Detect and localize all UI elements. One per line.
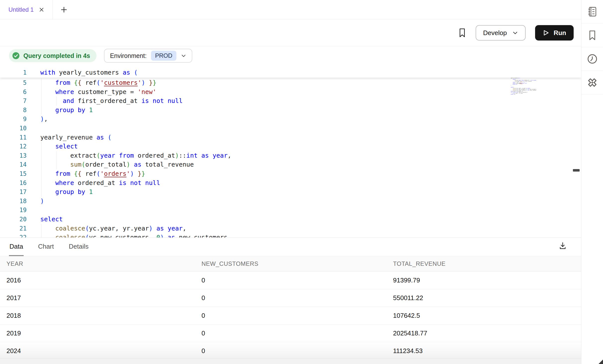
code-line[interactable]: 15 from {{ ref('orders') }} xyxy=(0,169,581,179)
code-line[interactable]: 7 and first_ordered_at is not null xyxy=(0,96,581,106)
code-line[interactable]: 9), xyxy=(0,115,581,124)
column-header-year: YEAR xyxy=(6,260,201,267)
code-line[interactable]: 11yearly_revenue as ( xyxy=(0,133,581,142)
code-text: ) xyxy=(40,197,44,206)
table-cell: 111234.53 xyxy=(393,347,581,355)
line-number: 10 xyxy=(0,124,27,133)
run-button[interactable]: Run xyxy=(535,25,574,41)
line-number: 18 xyxy=(0,197,27,206)
minimap-line: order by 1 xyxy=(511,94,544,95)
download-icon[interactable] xyxy=(558,241,567,250)
code-line[interactable]: 1with yearly_customers as ( xyxy=(0,68,581,77)
column-header-total-revenue: TOTAL_REVENUE xyxy=(393,260,581,267)
sidebar-item-bookmarks[interactable] xyxy=(581,24,603,47)
table-cell: 550011.22 xyxy=(393,294,581,302)
tab-label: Untitled 1 xyxy=(8,6,34,13)
code-line[interactable]: 19 xyxy=(0,206,581,215)
develop-button[interactable]: Develop xyxy=(476,25,526,41)
play-icon xyxy=(543,30,549,36)
environment-badge: PROD xyxy=(151,51,176,61)
run-label: Run xyxy=(553,29,566,37)
code-line[interactable]: 10 xyxy=(0,124,581,133)
code-text: ), xyxy=(40,115,48,124)
check-circle-icon xyxy=(12,52,20,60)
line-number: 8 xyxy=(0,106,27,115)
table-row: 20170550011.22 xyxy=(0,289,581,307)
line-number: 17 xyxy=(0,187,27,197)
sticky-scroll-line[interactable]: 1with yearly_customers as ( xyxy=(0,64,581,78)
table-body: 2016091399.7920170550011.2220180107642.5… xyxy=(0,272,581,360)
tab-untitled-1[interactable]: Untitled 1 xyxy=(0,0,53,19)
app-window: Untitled 1 Develop Run xyxy=(0,0,603,364)
close-icon[interactable] xyxy=(39,7,45,13)
table-header-row: YEAR NEW_CUSTOMERS TOTAL_REVENUE xyxy=(0,256,581,272)
code-text: from {{ ref('customers') }} xyxy=(40,78,156,88)
line-number: 1 xyxy=(0,68,27,77)
line-number: 16 xyxy=(0,179,27,188)
code-line[interactable]: 17 group by 1 xyxy=(0,187,581,197)
environment-label: Environment: xyxy=(110,52,147,59)
table-cell: 2019 xyxy=(6,329,201,337)
line-number: 22 xyxy=(0,233,27,237)
code-line[interactable]: 14 sum(order_total) as total_revenue xyxy=(0,160,581,169)
develop-label: Develop xyxy=(483,29,507,37)
code-line[interactable]: 22 coalesce(yc.new_customers, 0) as new_… xyxy=(0,233,581,237)
code-text: yearly_revenue as ( xyxy=(40,133,111,142)
results-tab-data[interactable]: Data xyxy=(9,238,24,256)
sidebar-item-lineage[interactable] xyxy=(581,71,603,94)
table-cell: 0 xyxy=(201,312,393,319)
sidebar-item-history[interactable] xyxy=(581,47,603,71)
code-text: coalesce(yc.year, yr.year) as year, xyxy=(40,224,186,233)
new-tab-plus-icon[interactable] xyxy=(60,6,68,13)
table-cell: 2017 xyxy=(6,294,201,302)
line-number: 19 xyxy=(0,206,27,215)
code-text: group by 1 xyxy=(40,106,93,115)
bookmark-icon[interactable] xyxy=(458,28,466,38)
environment-selector[interactable]: Environment: PROD xyxy=(104,49,192,63)
line-number: 5 xyxy=(0,78,27,88)
code-editor[interactable]: 1with yearly_customers as ( 5 from {{ re… xyxy=(0,64,581,237)
code-text: where customer_type = 'new' xyxy=(40,88,156,97)
status-row: Query completed in 4s Environment: PROD xyxy=(9,49,192,63)
results-tab-chart[interactable]: Chart xyxy=(38,238,54,256)
line-number: 21 xyxy=(0,224,27,233)
editor-lines: 5 from {{ ref('customers') }}6 where cus… xyxy=(0,78,581,237)
code-text: select xyxy=(40,142,78,151)
history-icon xyxy=(587,53,598,64)
table-cell: 2018 xyxy=(6,312,201,319)
sidebar-item-notebook[interactable] xyxy=(581,0,603,24)
code-line[interactable]: 12 select xyxy=(0,142,581,151)
code-line[interactable]: 6 where customer_type = 'new' xyxy=(0,88,581,97)
code-line[interactable]: 13 extract(year from ordered_at)::int as… xyxy=(0,151,581,160)
lineage-icon xyxy=(587,77,598,88)
bookmark-icon xyxy=(588,30,597,41)
notebook-icon xyxy=(587,6,598,17)
code-text: with yearly_customers as ( xyxy=(40,68,138,77)
line-number: 12 xyxy=(0,142,27,151)
table-cell: 2024 xyxy=(6,347,201,355)
scrollbar-thumb[interactable] xyxy=(573,169,580,172)
tab-bar: Untitled 1 xyxy=(0,0,581,19)
line-number: 6 xyxy=(0,88,27,97)
results-tab-details[interactable]: Details xyxy=(68,238,89,256)
line-number: 14 xyxy=(0,160,27,169)
code-line[interactable]: 8 group by 1 xyxy=(0,106,581,115)
chevron-down-icon xyxy=(181,53,186,58)
table-cell: 0 xyxy=(201,294,393,302)
code-line[interactable]: 16 where ordered_at is not null xyxy=(0,179,581,188)
main-area: Untitled 1 Develop Run xyxy=(0,0,581,364)
code-line[interactable]: 21 coalesce(yc.year, yr.year) as year, xyxy=(0,224,581,233)
column-header-new-customers: NEW_CUSTOMERS xyxy=(201,260,393,267)
resize-grip[interactable] xyxy=(599,360,603,364)
table-row: 20240111234.53 xyxy=(0,342,581,360)
table-cell: 0 xyxy=(201,347,393,355)
table-cell: 0 xyxy=(201,329,393,337)
table-cell: 2025418.77 xyxy=(393,329,581,337)
code-line[interactable]: 18) xyxy=(0,197,581,206)
code-line[interactable]: 5 from {{ ref('customers') }} xyxy=(0,78,581,88)
line-number: 7 xyxy=(0,96,27,106)
horizontal-scrollbar[interactable] xyxy=(0,359,581,364)
code-text: where ordered_at is not null xyxy=(40,179,160,188)
code-text: group by 1 xyxy=(40,187,93,197)
code-line[interactable]: 20select xyxy=(0,215,581,224)
